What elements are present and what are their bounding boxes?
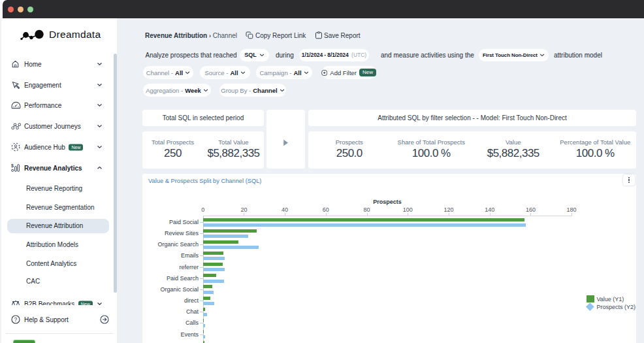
svg-text:?: ? bbox=[14, 316, 17, 323]
svg-text:$: $ bbox=[11, 163, 14, 169]
